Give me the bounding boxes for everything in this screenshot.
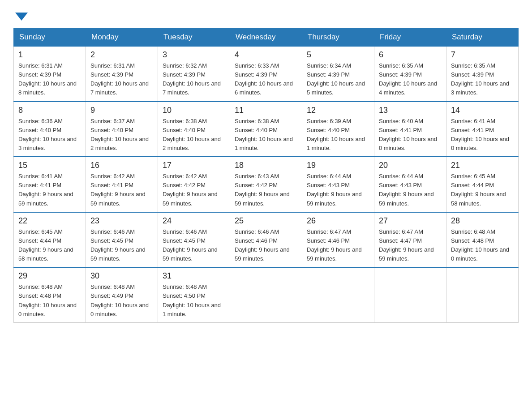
- day-info: Sunrise: 6:31 AMSunset: 4:39 PMDaylight:…: [18, 61, 81, 98]
- calendar-cell: 11 Sunrise: 6:38 AMSunset: 4:40 PMDaylig…: [230, 102, 302, 157]
- day-of-week-header: Thursday: [302, 28, 374, 47]
- day-info: Sunrise: 6:48 AMSunset: 4:49 PMDaylight:…: [90, 283, 153, 319]
- calendar-cell: [374, 267, 446, 322]
- calendar-week-row: 29 Sunrise: 6:48 AMSunset: 4:48 PMDaylig…: [14, 267, 519, 322]
- day-info: Sunrise: 6:37 AMSunset: 4:40 PMDaylight:…: [90, 117, 153, 153]
- day-info: Sunrise: 6:36 AMSunset: 4:40 PMDaylight:…: [18, 117, 81, 153]
- day-info: Sunrise: 6:32 AMSunset: 4:39 PMDaylight:…: [163, 61, 225, 98]
- day-of-week-header: Tuesday: [158, 28, 230, 47]
- day-info: Sunrise: 6:42 AMSunset: 4:41 PMDaylight:…: [90, 172, 153, 208]
- calendar-cell: 26 Sunrise: 6:47 AMSunset: 4:46 PMDaylig…: [302, 212, 374, 268]
- day-number: 1: [18, 50, 81, 60]
- day-info: Sunrise: 6:34 AMSunset: 4:39 PMDaylight:…: [307, 61, 369, 98]
- calendar-week-row: 1 Sunrise: 6:31 AMSunset: 4:39 PMDayligh…: [14, 47, 519, 102]
- day-info: Sunrise: 6:43 AMSunset: 4:42 PMDaylight:…: [235, 172, 297, 208]
- day-number: 18: [235, 161, 297, 170]
- day-number: 20: [379, 161, 442, 170]
- day-info: Sunrise: 6:48 AMSunset: 4:48 PMDaylight:…: [18, 283, 81, 319]
- calendar-cell: 27 Sunrise: 6:47 AMSunset: 4:47 PMDaylig…: [374, 212, 446, 268]
- day-info: Sunrise: 6:45 AMSunset: 4:44 PMDaylight:…: [451, 172, 514, 208]
- day-info: Sunrise: 6:46 AMSunset: 4:45 PMDaylight:…: [163, 227, 225, 264]
- day-number: 5: [307, 50, 369, 60]
- day-number: 25: [235, 216, 297, 226]
- day-number: 15: [18, 161, 81, 170]
- calendar-cell: 25 Sunrise: 6:46 AMSunset: 4:46 PMDaylig…: [230, 212, 302, 268]
- day-of-week-header: Friday: [374, 28, 446, 47]
- calendar-cell: 20 Sunrise: 6:44 AMSunset: 4:43 PMDaylig…: [374, 157, 446, 212]
- day-info: Sunrise: 6:40 AMSunset: 4:41 PMDaylight:…: [379, 117, 442, 153]
- day-number: 8: [18, 106, 81, 115]
- day-info: Sunrise: 6:33 AMSunset: 4:39 PMDaylight:…: [235, 61, 297, 98]
- calendar-cell: 24 Sunrise: 6:46 AMSunset: 4:45 PMDaylig…: [158, 212, 230, 268]
- calendar-cell: 1 Sunrise: 6:31 AMSunset: 4:39 PMDayligh…: [14, 47, 86, 102]
- calendar-cell: [230, 267, 302, 322]
- day-info: Sunrise: 6:41 AMSunset: 4:41 PMDaylight:…: [451, 117, 514, 153]
- calendar-cell: 5 Sunrise: 6:34 AMSunset: 4:39 PMDayligh…: [302, 47, 374, 102]
- calendar-cell: 19 Sunrise: 6:44 AMSunset: 4:43 PMDaylig…: [302, 157, 374, 212]
- day-number: 24: [163, 216, 225, 226]
- day-number: 2: [90, 50, 153, 60]
- calendar-cell: 12 Sunrise: 6:39 AMSunset: 4:40 PMDaylig…: [302, 102, 374, 157]
- calendar-cell: 28 Sunrise: 6:48 AMSunset: 4:48 PMDaylig…: [446, 212, 519, 268]
- day-number: 31: [163, 271, 225, 281]
- calendar-cell: 23 Sunrise: 6:46 AMSunset: 4:45 PMDaylig…: [86, 212, 158, 268]
- day-info: Sunrise: 6:46 AMSunset: 4:45 PMDaylight:…: [90, 227, 153, 264]
- day-info: Sunrise: 6:31 AMSunset: 4:39 PMDaylight:…: [90, 61, 153, 98]
- day-number: 10: [163, 106, 225, 115]
- day-info: Sunrise: 6:45 AMSunset: 4:44 PMDaylight:…: [18, 227, 81, 264]
- day-number: 28: [451, 216, 514, 226]
- day-info: Sunrise: 6:42 AMSunset: 4:42 PMDaylight:…: [163, 172, 225, 208]
- calendar-cell: 15 Sunrise: 6:41 AMSunset: 4:41 PMDaylig…: [14, 157, 86, 212]
- calendar-table: SundayMondayTuesdayWednesdayThursdayFrid…: [13, 28, 519, 323]
- calendar-cell: 14 Sunrise: 6:41 AMSunset: 4:41 PMDaylig…: [446, 102, 519, 157]
- day-number: 11: [235, 106, 297, 115]
- day-number: 12: [307, 106, 369, 115]
- day-info: Sunrise: 6:38 AMSunset: 4:40 PMDaylight:…: [163, 117, 225, 153]
- day-number: 9: [90, 106, 153, 115]
- calendar-cell: 22 Sunrise: 6:45 AMSunset: 4:44 PMDaylig…: [14, 212, 86, 268]
- calendar-cell: 3 Sunrise: 6:32 AMSunset: 4:39 PMDayligh…: [158, 47, 230, 102]
- day-info: Sunrise: 6:47 AMSunset: 4:47 PMDaylight:…: [379, 227, 442, 264]
- day-number: 27: [379, 216, 442, 226]
- day-number: 13: [379, 106, 442, 115]
- calendar-cell: [446, 267, 519, 322]
- calendar-cell: 30 Sunrise: 6:48 AMSunset: 4:49 PMDaylig…: [86, 267, 158, 322]
- calendar-cell: 16 Sunrise: 6:42 AMSunset: 4:41 PMDaylig…: [86, 157, 158, 212]
- calendar-cell: 10 Sunrise: 6:38 AMSunset: 4:40 PMDaylig…: [158, 102, 230, 157]
- day-number: 3: [163, 50, 225, 60]
- day-info: Sunrise: 6:38 AMSunset: 4:40 PMDaylight:…: [235, 117, 297, 153]
- calendar-cell: 9 Sunrise: 6:37 AMSunset: 4:40 PMDayligh…: [86, 102, 158, 157]
- day-number: 6: [379, 50, 442, 60]
- day-number: 29: [18, 271, 81, 281]
- day-number: 14: [451, 106, 514, 115]
- day-info: Sunrise: 6:41 AMSunset: 4:41 PMDaylight:…: [18, 172, 81, 208]
- day-info: Sunrise: 6:46 AMSunset: 4:46 PMDaylight:…: [235, 227, 297, 264]
- calendar-cell: 7 Sunrise: 6:35 AMSunset: 4:39 PMDayligh…: [446, 47, 519, 102]
- day-number: 7: [451, 50, 514, 60]
- calendar-week-row: 22 Sunrise: 6:45 AMSunset: 4:44 PMDaylig…: [14, 212, 519, 268]
- calendar-cell: 21 Sunrise: 6:45 AMSunset: 4:44 PMDaylig…: [446, 157, 519, 212]
- calendar-cell: 8 Sunrise: 6:36 AMSunset: 4:40 PMDayligh…: [14, 102, 86, 157]
- day-info: Sunrise: 6:44 AMSunset: 4:43 PMDaylight:…: [379, 172, 442, 208]
- day-number: 16: [90, 161, 153, 170]
- calendar-cell: 6 Sunrise: 6:35 AMSunset: 4:39 PMDayligh…: [374, 47, 446, 102]
- day-number: 23: [90, 216, 153, 226]
- page-header: [13, 9, 519, 19]
- day-info: Sunrise: 6:48 AMSunset: 4:50 PMDaylight:…: [163, 283, 225, 319]
- calendar-cell: 2 Sunrise: 6:31 AMSunset: 4:39 PMDayligh…: [86, 47, 158, 102]
- calendar-cell: 13 Sunrise: 6:40 AMSunset: 4:41 PMDaylig…: [374, 102, 446, 157]
- calendar-week-row: 8 Sunrise: 6:36 AMSunset: 4:40 PMDayligh…: [14, 102, 519, 157]
- day-of-week-header: Wednesday: [230, 28, 302, 47]
- day-info: Sunrise: 6:47 AMSunset: 4:46 PMDaylight:…: [307, 227, 369, 264]
- calendar-cell: 17 Sunrise: 6:42 AMSunset: 4:42 PMDaylig…: [158, 157, 230, 212]
- calendar-cell: [302, 267, 374, 322]
- day-number: 4: [235, 50, 297, 60]
- day-info: Sunrise: 6:48 AMSunset: 4:48 PMDaylight:…: [451, 227, 514, 264]
- day-number: 17: [163, 161, 225, 170]
- day-number: 21: [451, 161, 514, 170]
- calendar-cell: 31 Sunrise: 6:48 AMSunset: 4:50 PMDaylig…: [158, 267, 230, 322]
- calendar-week-row: 15 Sunrise: 6:41 AMSunset: 4:41 PMDaylig…: [14, 157, 519, 212]
- calendar-cell: 18 Sunrise: 6:43 AMSunset: 4:42 PMDaylig…: [230, 157, 302, 212]
- day-info: Sunrise: 6:35 AMSunset: 4:39 PMDaylight:…: [451, 61, 514, 98]
- day-number: 19: [307, 161, 369, 170]
